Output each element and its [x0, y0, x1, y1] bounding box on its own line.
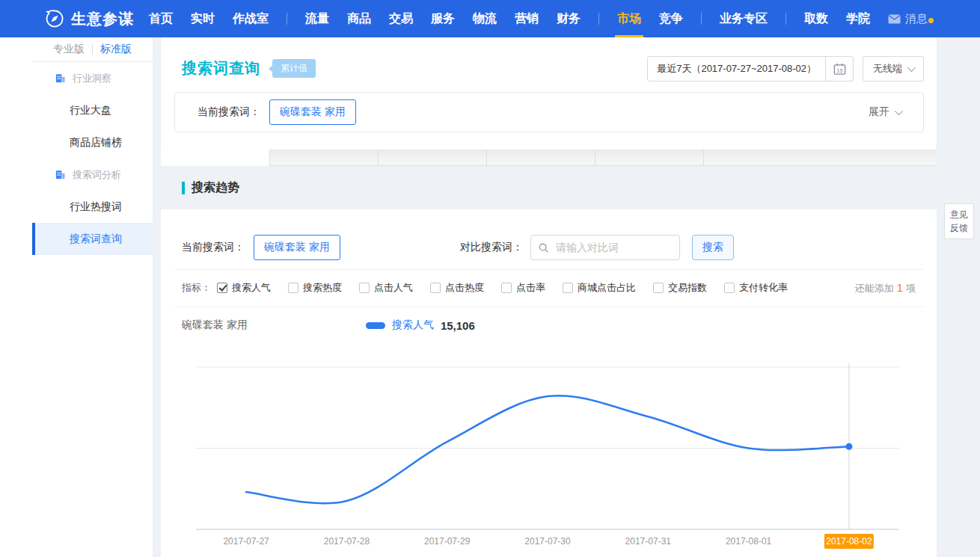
checkbox-checked-icon[interactable] [217, 283, 227, 293]
current-point-dot[interactable] [845, 443, 852, 450]
chevron-down-icon [895, 107, 903, 115]
calendar-cell[interactable]: 15 [825, 57, 853, 81]
divider [174, 307, 923, 307]
svg-text:15: 15 [836, 67, 842, 73]
current-term-chip[interactable]: 碗碟套装 家用 [269, 99, 356, 125]
nav-item-财务[interactable]: 财务 [557, 0, 581, 37]
feedback-line2: 反馈 [950, 221, 968, 235]
checkbox-icon[interactable] [653, 283, 664, 293]
sidebar-item-行业热搜词[interactable]: 行业热搜词 [32, 191, 153, 223]
remain-prefix: 还能添加 [855, 283, 894, 294]
nav-item-服务[interactable]: 服务 [431, 0, 455, 37]
x-axis-label: 2017-08-01 [726, 536, 772, 547]
x-axis-label: 2017-07-29 [424, 536, 471, 547]
indicator-label: 搜索热度 [303, 281, 342, 295]
tab-4[interactable] [486, 150, 595, 166]
sidebar-item-搜索词查询[interactable]: 搜索词查询 [32, 223, 153, 255]
nav-item-取数[interactable]: 取数 [804, 0, 828, 37]
legend-item-search-popularity[interactable]: 搜索人气 15,106 [366, 318, 475, 332]
legend-metric-name: 搜索人气 [392, 318, 434, 332]
indicator-checkbox-商城点击占比[interactable]: 商城点击占比 [563, 281, 636, 295]
nav-item-竞争[interactable]: 竞争 [659, 0, 683, 37]
current-term-bar: 当前搜索词： 碗碟套装 家用 展开 [174, 92, 924, 132]
version-pro[interactable]: 专业版 [53, 43, 85, 56]
date-range-text: 最近7天（2017-07-27~2017-08-02） [648, 62, 825, 76]
date-range-picker[interactable]: 最近7天（2017-07-27~2017-08-02） 15 [647, 56, 854, 81]
checkbox-icon[interactable] [430, 283, 441, 293]
indicators-label: 指标： [182, 281, 211, 295]
indicator-label: 点击率 [516, 281, 545, 295]
trend-current-term-chip[interactable]: 碗碟套装 家用 [254, 235, 340, 260]
checkbox-icon[interactable] [359, 283, 370, 293]
envelope-icon [888, 14, 901, 24]
legend-line-swatch [366, 322, 385, 329]
expand-button[interactable]: 展开 [869, 105, 901, 119]
nav-divider [785, 13, 786, 25]
top-nav: 生意参谋 首页实时作战室流量商品交易服务物流营销财务市场竞争业务专区取数学院 消… [0, 0, 980, 37]
indicator-checkbox-搜索人气[interactable]: 搜索人气 [217, 281, 271, 295]
compare-term-input[interactable] [554, 241, 673, 254]
sidebar-item-行业大盘[interactable]: 行业大盘 [32, 94, 153, 126]
compare-term-label: 对比搜索词： [460, 241, 523, 254]
version-standard[interactable]: 标准版 [100, 43, 132, 56]
version-divider [92, 44, 93, 55]
expand-label: 展开 [869, 105, 889, 119]
x-axis-label: 2017-07-30 [524, 536, 571, 547]
page-title: 搜索词查询 [182, 58, 260, 79]
search-trend-card: 当前搜索词： 碗碟套装 家用 对比搜索词： 搜索 指标： 搜索人气搜索热度点击人… [161, 209, 937, 557]
indicator-label: 交易指数 [668, 281, 707, 295]
indicator-checkbox-支付转化率[interactable]: 支付转化率 [724, 281, 788, 295]
magnifier-icon [538, 242, 549, 253]
section-title-bar [182, 182, 185, 194]
remain-suffix: 项 [906, 283, 916, 294]
nav-item-营销[interactable]: 营销 [515, 0, 539, 37]
terminal-select[interactable]: 无线端 [863, 56, 924, 81]
nav-item-流量[interactable]: 流量 [305, 0, 329, 37]
nav-item-商品[interactable]: 商品 [347, 0, 371, 37]
indicator-checkbox-搜索热度[interactable]: 搜索热度 [288, 281, 342, 295]
indicator-row: 指标： 搜索人气搜索热度点击人气点击热度点击率商城点击占比交易指数支付转化率 还… [182, 277, 916, 299]
indicator-checkbox-点击率[interactable]: 点击率 [501, 281, 545, 295]
sidebar-section-label: 行业洞察 [73, 72, 111, 85]
indicator-label: 点击人气 [374, 281, 413, 295]
nav-item-学院[interactable]: 学院 [846, 0, 870, 37]
indicator-checkbox-点击热度[interactable]: 点击热度 [430, 281, 484, 295]
indicator-checkbox-交易指数[interactable]: 交易指数 [653, 281, 707, 295]
sidebar-item-商品店铺榜[interactable]: 商品店铺榜 [32, 126, 153, 159]
nav-item-首页[interactable]: 首页 [149, 0, 173, 37]
messages-button[interactable]: 消息 [888, 12, 928, 26]
nav-item-作战室[interactable]: 作战室 [233, 0, 269, 37]
feedback-button[interactable]: 意见 反馈 [944, 203, 974, 239]
tab-2[interactable] [269, 150, 378, 166]
version-switcher: 专业版 标准版 [32, 37, 153, 62]
tab-6[interactable] [703, 150, 937, 166]
checkbox-icon[interactable] [501, 283, 512, 293]
nav-divider [598, 13, 599, 25]
checkbox-icon[interactable] [563, 283, 573, 293]
tab-5[interactable] [595, 150, 703, 166]
nav-item-市场[interactable]: 市场 [617, 0, 641, 37]
chevron-down-icon [907, 64, 916, 72]
trend-line-chart: 2017-07-272017-07-282017-07-292017-07-30… [161, 359, 937, 557]
compass-icon [45, 9, 64, 28]
nav-item-物流[interactable]: 物流 [473, 0, 497, 37]
nav-divider [701, 13, 702, 25]
nav-item-交易[interactable]: 交易 [389, 0, 413, 37]
nav-item-实时[interactable]: 实时 [191, 0, 215, 37]
divider [174, 269, 923, 270]
tab-1[interactable] [161, 150, 269, 166]
messages-label: 消息 [905, 12, 928, 26]
sidebar-item-行业洞察[interactable]: 行业洞察 [32, 62, 153, 94]
search-button[interactable]: 搜索 [692, 235, 734, 260]
checkbox-icon[interactable] [288, 283, 298, 293]
app-logo[interactable]: 生意参谋 [45, 9, 134, 29]
trend-chart-area[interactable]: 2017-07-272017-07-282017-07-292017-07-30… [161, 359, 937, 557]
tab-3[interactable] [378, 150, 486, 166]
nav-item-业务专区[interactable]: 业务专区 [720, 0, 768, 37]
sidebar-item-搜索词分析[interactable]: 搜索词分析 [32, 159, 153, 191]
indicator-checkbox-点击人气[interactable]: 点击人气 [359, 281, 413, 295]
building-icon [55, 169, 66, 180]
terminal-value: 无线端 [873, 62, 902, 76]
checkbox-icon[interactable] [724, 283, 735, 293]
app-name: 生意参谋 [71, 9, 134, 29]
